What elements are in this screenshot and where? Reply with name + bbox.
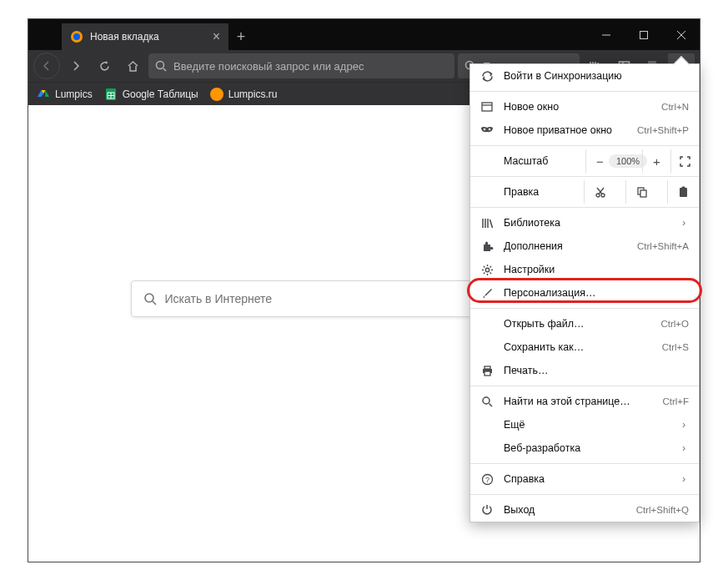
copy-button[interactable] <box>625 180 657 204</box>
menu-label: Сохранить как… <box>504 341 652 353</box>
menu-shortcut: Ctrl+Shift+Q <box>636 505 689 515</box>
mask-icon <box>480 124 494 137</box>
search-placeholder: Искать в Интернете <box>165 292 273 305</box>
sheets-icon <box>104 88 118 101</box>
svg-rect-31 <box>640 190 646 197</box>
svg-line-39 <box>490 404 493 407</box>
menu-exit[interactable]: Выход Ctrl+Shift+Q <box>470 498 699 522</box>
menu-print[interactable]: Печать… <box>470 359 699 382</box>
menu-webdev[interactable]: Веб-разработка › <box>470 436 699 460</box>
svg-rect-33 <box>682 187 685 189</box>
menu-label: Выход <box>504 504 626 516</box>
menu-shortcut: Ctrl+N <box>661 102 689 112</box>
menu-signin[interactable]: Войти в Синхронизацию <box>470 64 699 88</box>
tab-active[interactable]: Новая вкладка × <box>62 23 228 50</box>
library-icon <box>480 216 494 229</box>
puzzle-icon <box>480 240 494 253</box>
bookmark-label: Lumpics.ru <box>228 88 278 100</box>
menu-label: Новое окно <box>504 101 651 113</box>
menu-label: Открыть файл… <box>504 318 650 330</box>
menu-shortcut: Ctrl+O <box>660 319 689 329</box>
menu-settings[interactable]: Настройки <box>470 258 699 281</box>
search-icon <box>480 395 494 408</box>
svg-text:?: ? <box>484 476 489 484</box>
menu-shortcut: Ctrl+S <box>662 342 689 352</box>
menu-label: Настройки <box>504 264 689 275</box>
menu-label: Библиотека <box>504 217 669 229</box>
menu-label: Войти в Синхронизацию <box>504 70 689 82</box>
printer-icon <box>480 364 494 377</box>
menu-customize[interactable]: Персонализация… <box>470 281 699 305</box>
menu-more[interactable]: Ещё › <box>470 413 699 436</box>
gear-icon <box>480 263 494 276</box>
svg-rect-32 <box>680 188 687 197</box>
menu-label: Персонализация… <box>504 287 689 299</box>
maximize-button[interactable] <box>625 19 662 50</box>
menu-label: Печать… <box>504 365 689 376</box>
menu-label: Найти на этой странице… <box>504 396 652 407</box>
menu-library[interactable]: Библиотека › <box>470 211 699 235</box>
chevron-right-icon: › <box>679 217 689 229</box>
window-controls <box>587 19 700 50</box>
svg-rect-22 <box>482 103 492 111</box>
menu-save-as[interactable]: Сохранить как… Ctrl+S <box>470 335 699 359</box>
menu-label: Веб-разработка <box>504 442 669 454</box>
home-button[interactable] <box>120 53 145 78</box>
svg-point-34 <box>485 268 489 271</box>
svg-line-21 <box>153 301 156 305</box>
bookmark-label: Lumpics <box>55 88 93 100</box>
titlebar: Новая вкладка × + <box>28 19 700 50</box>
menu-help[interactable]: ? Справка › <box>470 467 699 491</box>
cut-button[interactable] <box>584 180 615 204</box>
bookmark-item[interactable]: Google Таблицы <box>104 88 198 101</box>
paste-button[interactable] <box>667 180 699 204</box>
chevron-right-icon: › <box>679 442 689 454</box>
menu-addons[interactable]: Дополнения Ctrl+Shift+A <box>470 235 699 258</box>
url-bar[interactable]: Введите поисковый запрос или адрес <box>148 53 454 78</box>
power-icon <box>480 503 494 517</box>
search-icon <box>155 60 167 72</box>
firefox-icon <box>70 30 83 43</box>
svg-point-6 <box>157 62 164 69</box>
menu-shortcut: Ctrl+Shift+P <box>637 125 689 135</box>
menu-label: Дополнения <box>504 240 627 252</box>
tab-close-button[interactable]: × <box>213 29 220 44</box>
svg-point-20 <box>145 294 153 302</box>
tab-title: Новая вкладка <box>90 31 159 43</box>
url-placeholder: Введите поисковый запрос или адрес <box>173 60 364 73</box>
menu-shortcut: Ctrl+F <box>662 396 689 406</box>
new-tab-button[interactable]: + <box>228 23 254 50</box>
menu-shortcut: Ctrl+Shift+A <box>637 241 689 251</box>
back-button[interactable] <box>33 53 60 79</box>
site-icon <box>210 88 223 101</box>
menu-label: Ещё <box>504 419 669 431</box>
svg-point-38 <box>483 397 490 404</box>
menu-zoom: Масштаб − 100% + <box>470 149 699 173</box>
svg-point-25 <box>489 129 491 131</box>
bookmark-item[interactable]: Lumpics <box>37 88 93 101</box>
zoom-value[interactable]: 100% <box>614 149 642 173</box>
svg-rect-37 <box>484 371 490 376</box>
svg-rect-3 <box>640 31 647 38</box>
menu-new-window[interactable]: Новое окно Ctrl+N <box>470 95 699 119</box>
svg-rect-35 <box>484 366 490 369</box>
menu-new-private-window[interactable]: Новое приватное окно Ctrl+Shift+P <box>470 119 699 142</box>
bookmark-item[interactable]: Lumpics.ru <box>210 88 278 101</box>
sync-icon <box>480 69 494 83</box>
reload-button[interactable] <box>92 53 117 78</box>
help-icon: ? <box>480 472 494 486</box>
search-icon <box>143 292 157 305</box>
menu-label: Новое приватное окно <box>504 124 627 136</box>
close-window-button[interactable] <box>662 19 700 50</box>
drive-icon <box>37 88 50 101</box>
menu-label: Правка <box>504 186 574 198</box>
menu-edit: Правка <box>470 180 699 204</box>
forward-button[interactable] <box>63 53 88 78</box>
menu-open-file[interactable]: Открыть файл… Ctrl+O <box>470 312 699 335</box>
menu-find[interactable]: Найти на этой странице… Ctrl+F <box>470 390 699 413</box>
window-icon <box>480 100 494 113</box>
zoom-in-button[interactable]: + <box>642 149 670 173</box>
fullscreen-button[interactable] <box>670 149 699 173</box>
minimize-button[interactable] <box>587 19 625 50</box>
bookmark-label: Google Таблицы <box>123 88 198 100</box>
